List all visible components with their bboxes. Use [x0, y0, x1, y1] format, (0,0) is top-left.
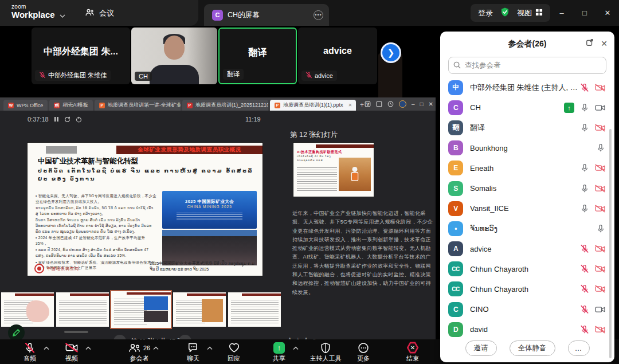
wps-minimize-button[interactable]: – — [412, 101, 415, 107]
wps-tab[interactable]: P地质调查员培训第一讲-全球矿业发… — [95, 100, 181, 111]
tile-display-name: advice — [298, 46, 377, 56]
participants-footer: 邀请 全体静音 … — [440, 340, 614, 356]
chevron-down-icon[interactable] — [60, 10, 65, 20]
toolbar-reactions-button[interactable]: 回应 — [228, 342, 240, 363]
next-participants-button[interactable]: ❯ — [381, 42, 401, 63]
more-icon — [358, 342, 369, 354]
annotate-pencil-button[interactable] — [8, 324, 25, 341]
next-slide-thumbnail[interactable]: AI技术正重构找矿勘查范式 ເຕັກໂນໂລຊີ AI ປັບ ໂຄງ ການຊ… — [293, 143, 374, 197]
invite-button[interactable]: 邀请 — [465, 340, 497, 356]
participant-row[interactable]: CCH↑ — [440, 97, 614, 118]
filmstrip-scrollbar[interactable] — [64, 331, 88, 333]
signin-button[interactable]: 登录 — [478, 8, 493, 18]
filmstrip-thumbnail[interactable] — [228, 292, 281, 327]
mute-all-button[interactable]: 全体静音 — [510, 340, 555, 356]
video-tile-host[interactable]: 中部外经集团 朱... 中部外经集团 朱维佳 — [32, 28, 130, 84]
mic-icon — [580, 163, 589, 173]
participant-avatar: 翻 — [448, 120, 463, 135]
screen-share-avatar: C — [212, 10, 223, 21]
wps-history-icon — [387, 101, 394, 107]
tab-screen-share[interactable]: C CH的屏幕 ••• — [204, 4, 329, 26]
participant-status-icons — [580, 163, 605, 173]
participant-list: 中中部外经集团 朱维佳 (主持人, 我)CCH↑翻翻译BBounkhongEEn… — [440, 77, 614, 340]
toolbar-host-tools-button[interactable]: 主持人工具 — [310, 342, 342, 363]
mic-icon — [596, 143, 605, 152]
participant-status-icons — [580, 83, 605, 92]
timer-value: 0:37:18 — [28, 116, 49, 123]
slide-deco-block — [46, 146, 77, 154]
close-panel-icon[interactable]: ✕ — [601, 40, 608, 48]
wps-close-button[interactable]: ✕ — [429, 101, 433, 107]
search-input[interactable] — [448, 57, 606, 74]
minimize-button[interactable]: – — [550, 0, 573, 26]
participant-row[interactable]: CCChhun Chayaroth — [440, 259, 614, 279]
participant-row[interactable]: 翻翻译 — [440, 118, 614, 138]
wps-tab[interactable]: WWPS Office — [3, 100, 48, 111]
tab-close-icon[interactable]: ✕ — [348, 103, 352, 108]
wps-tab[interactable]: 稻稻壳AI模板 — [49, 100, 93, 111]
view-button[interactable]: 视图 — [517, 8, 543, 18]
video-tile-ch[interactable]: CH — [131, 28, 217, 84]
filmstrip-thumbnail-current[interactable] — [111, 291, 171, 328]
toolbar-more-button[interactable]: 更多 — [357, 342, 370, 363]
video-tile-advice[interactable]: advice advice — [298, 28, 377, 84]
chevron-up-icon[interactable] — [207, 342, 213, 353]
share-screen-icon: ↑ — [273, 342, 285, 354]
toolbar-chat-button[interactable]: 聊天 — [187, 342, 199, 363]
toolbar-video-button[interactable]: 视频 — [65, 342, 78, 363]
participant-row[interactable]: SSomalis — [440, 178, 614, 198]
participant-status-icons — [580, 123, 605, 132]
camera-off-icon — [595, 326, 605, 334]
pause-icon[interactable] — [54, 116, 59, 122]
brand-top: zoom — [11, 4, 55, 10]
chevron-up-icon — [85, 346, 92, 350]
list-scrollbar[interactable] — [609, 129, 612, 358]
zoom-workplace-logo[interactable]: zoom Workplace — [11, 4, 55, 19]
ppt-file-icon: P — [275, 103, 280, 108]
mic-muted-icon — [580, 264, 589, 273]
participant-row[interactable]: Aadvice — [440, 239, 614, 259]
wps-maximize-button[interactable]: □ — [420, 101, 424, 107]
participant-row[interactable]: EEneath — [440, 158, 614, 178]
participant-row[interactable]: 中中部外经集团 朱维佳 (主持人, 我) — [440, 77, 614, 97]
participant-row[interactable]: CCChhun Chayaroth — [440, 279, 614, 299]
participant-row[interactable]: •ຈັນທະວົງ — [440, 218, 614, 238]
chevron-up-icon[interactable] — [293, 342, 299, 353]
wps-tab[interactable]: P地质调查员培训(1)_20251212101043 — [182, 100, 268, 111]
filmstrip-thumbnail[interactable] — [56, 292, 109, 327]
wps-tab[interactable]: P地质调查员培训(1)(1).pptx✕ — [270, 100, 356, 111]
popout-icon[interactable] — [586, 38, 594, 49]
chevron-up-icon[interactable] — [44, 342, 50, 353]
toolbar-share-button[interactable]: ↑共享 — [273, 342, 285, 363]
wps-tab-label: 地质调查员培训(1)(1).pptx — [283, 101, 343, 109]
security-shield-icon[interactable] — [500, 7, 510, 19]
pdf-file-icon: P — [187, 103, 193, 108]
chevron-up-icon[interactable] — [85, 342, 92, 353]
participant-row[interactable]: BBounkhong — [440, 138, 614, 158]
slide-caption: 2025中国国际矿业大会开幕式现场 ພິທີ ເປີດ ກອງປະຊຸມ ຄ.ມ… — [150, 261, 259, 272]
participant-row[interactable]: VVansit_IICE — [440, 198, 614, 218]
mic-icon — [580, 184, 589, 193]
restart-icon[interactable] — [64, 116, 70, 123]
video-tile-translator[interactable]: 翻译 翻译 — [218, 28, 297, 84]
tab-options-button[interactable]: ••• — [314, 10, 323, 20]
chevron-up-icon[interactable] — [153, 342, 159, 353]
tab-meeting[interactable]: 会议 — [85, 0, 114, 26]
maximize-button[interactable]: □ — [573, 0, 596, 26]
participant-row[interactable]: CCINO — [440, 299, 614, 319]
wps-account-avatar[interactable] — [399, 100, 406, 108]
participant-name: Somalis — [470, 184, 580, 193]
filmstrip-thumbnail[interactable] — [1, 292, 54, 327]
toolbar-end-button[interactable]: ✕结束 — [406, 342, 419, 363]
participant-avatar: CC — [448, 261, 463, 276]
toolbar-participants-button[interactable]: 26参会者 — [128, 342, 150, 363]
panel-more-button[interactable]: … — [568, 340, 590, 356]
toolbar-audio-button[interactable]: 音频 — [23, 342, 36, 363]
filmstrip-thumbnail[interactable] — [173, 292, 226, 327]
ai-mining-illustration — [339, 158, 371, 191]
wps-window-controls: – □ ✕ — [365, 97, 433, 111]
close-button[interactable]: ✕ — [596, 0, 619, 26]
logo-text: 中国地质调查局 — [47, 266, 79, 272]
power-icon[interactable] — [76, 116, 82, 123]
participant-row[interactable]: Ddavid — [440, 319, 614, 339]
